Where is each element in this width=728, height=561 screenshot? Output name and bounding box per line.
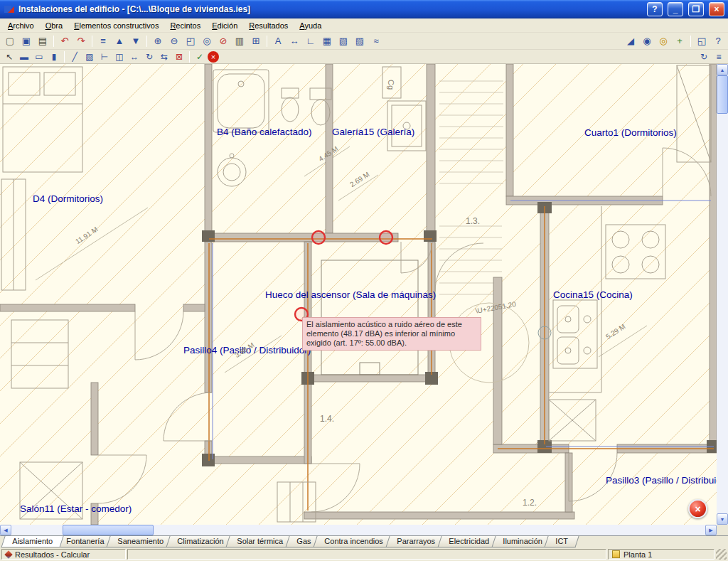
plant-selector[interactable]: Planta 1 xyxy=(608,549,714,560)
snap-icon[interactable]: ▧ xyxy=(336,34,351,48)
add-view-icon[interactable]: + xyxy=(672,34,687,48)
minimize-button[interactable]: _ xyxy=(668,2,683,16)
close-results-button[interactable]: × xyxy=(688,499,707,518)
windows-icon[interactable]: ◱ xyxy=(694,34,710,48)
maximize-button[interactable]: ❐ xyxy=(688,2,704,16)
horizontal-scrollbar[interactable]: ◀ ▶ xyxy=(0,525,717,535)
scroll-right-button[interactable]: ▶ xyxy=(705,525,717,535)
capture-icon[interactable]: ◎ xyxy=(655,34,671,48)
raise-icon[interactable]: ▲ xyxy=(112,34,127,48)
tab-label: Contra incendios xyxy=(325,537,384,545)
lower-icon[interactable]: ▼ xyxy=(128,34,144,48)
tab-iluminacion[interactable]: Iluminación xyxy=(491,536,553,547)
tab-ict[interactable]: ICT xyxy=(545,536,579,547)
open-icon[interactable]: ▢ xyxy=(2,34,18,48)
room-label-hueco-ascensor[interactable]: Hueco del ascensor (Sala de máquinas) xyxy=(265,289,436,300)
measure-tool-icon[interactable]: ⊢ xyxy=(97,50,112,63)
menu-archivo[interactable]: Archivo xyxy=(2,19,40,32)
scroll-left-button[interactable]: ◀ xyxy=(0,525,11,535)
measure-icon[interactable]: ≈ xyxy=(368,34,384,48)
zoom-window-icon[interactable]: ◰ xyxy=(183,34,198,48)
options-icon[interactable]: ≡ xyxy=(712,50,726,63)
undo-icon[interactable]: ↶ xyxy=(57,34,73,48)
print-icon[interactable]: ▤ xyxy=(35,34,50,48)
status-gem-icon xyxy=(4,550,12,558)
vertical-scrollbar[interactable]: ▲ ▼ xyxy=(717,64,728,525)
help-titlebar-button[interactable]: ? xyxy=(647,2,663,16)
tab-label: Aislamiento xyxy=(12,537,53,545)
tab-solar-termica[interactable]: Solar térmica xyxy=(226,536,294,547)
print-view-icon[interactable]: ▥ xyxy=(232,34,247,48)
zoom-in-icon[interactable]: ⊕ xyxy=(150,34,166,48)
tab-label: ICT xyxy=(555,537,568,545)
layers-icon[interactable]: ▨ xyxy=(352,34,368,48)
menu-resultados[interactable]: Resultados xyxy=(243,19,294,32)
pen-settings-icon[interactable]: ◢ xyxy=(623,34,638,48)
cancel-icon[interactable]: × xyxy=(208,51,219,63)
main-toolbar-right: ◢◉◎+◱? xyxy=(623,34,726,48)
wall-tool-icon[interactable]: ▬ xyxy=(17,50,31,63)
mirror-icon[interactable]: ⇆ xyxy=(157,50,171,63)
partition-tool-icon[interactable]: ▭ xyxy=(32,50,46,63)
zoom-out-icon[interactable]: ⊖ xyxy=(166,34,182,48)
select-icon[interactable]: ↖ xyxy=(2,50,16,63)
text-size-icon[interactable]: A xyxy=(270,34,286,48)
room-label-d4[interactable]: D4 (Dormitorios) xyxy=(33,193,103,204)
save-icon[interactable]: ▣ xyxy=(18,34,34,48)
erase-icon[interactable]: ⊠ xyxy=(172,50,186,63)
zoom-extents-icon[interactable]: ◎ xyxy=(199,34,215,48)
plan-canvas[interactable]: B4 (Baño calefactado)Galería15 (Galería)… xyxy=(0,64,717,525)
application-window: Instalaciones del edificio - [C:\...\Blo… xyxy=(0,0,728,561)
scroll-up-button[interactable]: ▲ xyxy=(717,64,728,75)
grid-icon[interactable]: ▦ xyxy=(319,34,335,48)
menu-obra[interactable]: Obra xyxy=(40,19,68,32)
element-list-icon[interactable]: ≡ xyxy=(95,34,111,48)
help-icon[interactable]: ? xyxy=(710,34,726,48)
tab-climatizacion[interactable]: Climatización xyxy=(166,536,235,547)
acoustic-warning-marker[interactable] xyxy=(312,231,325,244)
app-icon xyxy=(4,4,15,15)
copy-icon[interactable]: ◫ xyxy=(112,50,127,63)
room-label-b4[interactable]: B4 (Baño calefactado) xyxy=(217,127,312,137)
menu-recintos[interactable]: Recintos xyxy=(164,19,206,32)
scrollbar-corner xyxy=(717,525,728,535)
visibility-icon[interactable]: ◉ xyxy=(639,34,655,48)
room-label-cuarto1[interactable]: Cuarto1 (Dormitorios) xyxy=(584,127,677,138)
redo-icon[interactable]: ↷ xyxy=(73,34,89,48)
horizontal-scroll-thumb[interactable] xyxy=(63,525,154,535)
edit-toolbar: ↖▬▭▮╱▨⊢◫↔↻⇆⊠✓× ↻≡ xyxy=(0,50,728,64)
tab-contra-incendios[interactable]: Contra incendios xyxy=(314,536,395,547)
room-label-salon11[interactable]: Salón11 (Estar - comedor) xyxy=(20,503,132,514)
ortho-icon[interactable]: ∟ xyxy=(303,34,318,48)
move-icon[interactable]: ↔ xyxy=(127,50,141,63)
room-label-pasillo3[interactable]: Pasillo3 (Pasillo / Distribuidor) xyxy=(606,475,717,486)
rotate-icon[interactable]: ↻ xyxy=(142,50,156,63)
cancel-zoom-icon[interactable]: ⊘ xyxy=(215,34,231,48)
accept-icon[interactable]: ✓ xyxy=(193,50,207,63)
menu-elementos-constructivos[interactable]: Elementos constructivos xyxy=(68,19,164,32)
status-panel-middle xyxy=(127,549,606,560)
close-button[interactable]: × xyxy=(709,2,724,16)
tab-electricidad[interactable]: Electricidad xyxy=(437,536,500,547)
dimensions-icon[interactable]: ↔ xyxy=(287,34,302,48)
room-label-galeria15[interactable]: Galería15 (Galería) xyxy=(332,127,414,137)
draw-icon[interactable]: ╱ xyxy=(68,50,82,63)
pan-icon[interactable]: ⊞ xyxy=(248,34,264,48)
tab-pararrayos[interactable]: Pararrayos xyxy=(385,536,446,547)
tab-label: Iluminación xyxy=(503,537,542,545)
vertical-scroll-thumb[interactable] xyxy=(717,75,728,114)
edit-toolbar-left: ↖▬▭▮╱▨⊢◫↔↻⇆⊠✓× xyxy=(2,50,219,63)
tab-saneamiento[interactable]: Saneamiento xyxy=(106,536,174,547)
refresh-icon[interactable]: ↻ xyxy=(697,50,711,63)
tab-aislamiento[interactable]: Aislamiento xyxy=(1,536,63,547)
resize-grip[interactable] xyxy=(716,549,727,560)
menu-ayuda[interactable]: Ayuda xyxy=(294,19,327,32)
room-label-cocina15[interactable]: Cocina15 (Cocina) xyxy=(553,289,633,300)
acoustic-warning-tooltip: El aislamiento acústico a ruido aéreo de… xyxy=(302,317,481,351)
scroll-down-button[interactable]: ▼ xyxy=(717,513,728,525)
hatch-icon[interactable]: ▨ xyxy=(82,50,97,63)
column-tool-icon[interactable]: ▮ xyxy=(47,50,61,63)
tab-bar: AislamientoFontaneríaSaneamientoClimatiz… xyxy=(0,535,728,547)
acoustic-warning-marker[interactable] xyxy=(380,231,392,244)
menu-edicion[interactable]: Edición xyxy=(206,19,243,32)
